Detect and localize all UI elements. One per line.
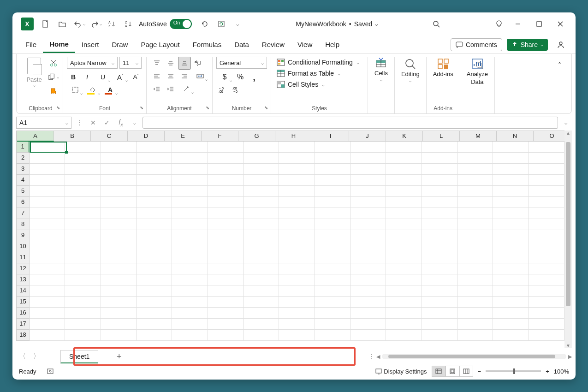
horizontal-scrollbar[interactable] — [382, 354, 566, 359]
cell[interactable] — [101, 186, 137, 197]
comma-format-icon[interactable]: , — [248, 71, 261, 83]
cell[interactable] — [65, 252, 101, 263]
cell[interactable] — [172, 263, 208, 274]
cell[interactable] — [386, 297, 422, 308]
cell[interactable] — [208, 241, 244, 252]
cell[interactable] — [101, 164, 137, 175]
tab-review[interactable]: Review — [255, 37, 291, 52]
cell[interactable] — [30, 197, 65, 208]
cell[interactable] — [422, 319, 457, 330]
cell[interactable] — [101, 330, 137, 341]
cell[interactable] — [493, 175, 529, 186]
cell[interactable] — [493, 142, 529, 153]
sheet-tab-sheet1[interactable]: Sheet1 — [60, 350, 98, 363]
row-header[interactable]: 17 — [16, 319, 30, 330]
cell[interactable] — [244, 241, 279, 252]
cell[interactable] — [65, 219, 101, 230]
align-bottom-icon[interactable] — [178, 57, 191, 70]
cell[interactable] — [279, 219, 315, 230]
cell[interactable] — [279, 142, 315, 153]
cell[interactable] — [65, 263, 101, 274]
cell[interactable] — [529, 274, 564, 285]
cell[interactable] — [244, 142, 279, 153]
alignment-launcher-icon[interactable]: ⬊ — [206, 105, 209, 110]
cell[interactable] — [244, 153, 279, 164]
cell[interactable] — [30, 164, 65, 175]
cell[interactable] — [529, 186, 564, 197]
increase-indent-icon[interactable] — [164, 83, 177, 95]
cell[interactable] — [457, 252, 493, 263]
format-as-table-button[interactable]: Format as Table⌵ — [275, 69, 361, 78]
cell[interactable] — [350, 186, 386, 197]
cell[interactable] — [386, 330, 422, 341]
tab-view[interactable]: View — [291, 37, 319, 52]
cell[interactable] — [208, 263, 244, 274]
cell[interactable] — [350, 208, 386, 219]
cell[interactable] — [279, 285, 315, 297]
cell[interactable] — [315, 164, 350, 175]
cell[interactable] — [172, 252, 208, 263]
cell[interactable] — [101, 319, 137, 330]
column-header[interactable]: F — [202, 131, 238, 142]
cell[interactable] — [137, 186, 172, 197]
sheet-options-icon[interactable]: ⋮ — [368, 353, 374, 360]
cell[interactable] — [172, 319, 208, 330]
cell[interactable] — [315, 219, 350, 230]
cell[interactable] — [422, 197, 457, 208]
cell[interactable] — [30, 330, 65, 341]
merge-center-icon[interactable] — [192, 70, 208, 83]
normal-view-icon[interactable] — [432, 366, 445, 377]
cell[interactable] — [244, 252, 279, 263]
cell[interactable] — [386, 230, 422, 241]
zoom-in-icon[interactable]: + — [546, 368, 549, 375]
lightbulb-icon[interactable] — [491, 16, 507, 32]
cell[interactable] — [137, 252, 172, 263]
cell[interactable] — [137, 175, 172, 186]
cut-icon[interactable] — [48, 58, 59, 69]
cell[interactable] — [30, 263, 65, 274]
cell[interactable] — [350, 285, 386, 297]
cell[interactable] — [350, 164, 386, 175]
conditional-formatting-button[interactable]: Conditional Formatting⌵ — [275, 58, 361, 67]
cell[interactable] — [172, 186, 208, 197]
cell[interactable] — [350, 330, 386, 341]
cell[interactable] — [101, 263, 137, 274]
cell[interactable] — [529, 175, 564, 186]
row-header[interactable]: 15 — [16, 297, 30, 308]
cell[interactable] — [244, 197, 279, 208]
row-header[interactable]: 14 — [16, 285, 30, 297]
cell[interactable] — [457, 186, 493, 197]
cell[interactable] — [422, 186, 457, 197]
cell[interactable] — [457, 297, 493, 308]
expand-formula-bar-icon[interactable]: ⌵ — [560, 117, 572, 129]
cell[interactable] — [208, 319, 244, 330]
cell[interactable] — [529, 319, 564, 330]
cell[interactable] — [279, 308, 315, 319]
cell[interactable] — [30, 208, 65, 219]
cell[interactable] — [422, 153, 457, 164]
fx-icon[interactable]: fx — [115, 117, 127, 129]
cell[interactable] — [457, 175, 493, 186]
cell[interactable] — [30, 175, 65, 186]
cell[interactable] — [529, 308, 564, 319]
cell[interactable] — [30, 186, 65, 197]
cell[interactable] — [350, 252, 386, 263]
refresh-icon[interactable] — [196, 16, 213, 32]
align-middle-icon[interactable] — [164, 57, 177, 70]
cell[interactable] — [30, 285, 65, 297]
cell[interactable] — [529, 330, 564, 341]
cell[interactable] — [493, 330, 529, 341]
editing-button[interactable]: Editing⌵ — [398, 57, 422, 84]
cell[interactable] — [208, 285, 244, 297]
cell[interactable] — [244, 274, 279, 285]
cell[interactable] — [529, 208, 564, 219]
tab-insert[interactable]: Insert — [75, 37, 106, 52]
cell[interactable] — [493, 153, 529, 164]
cell[interactable] — [172, 142, 208, 153]
cell[interactable] — [386, 274, 422, 285]
tab-data[interactable]: Data — [228, 37, 255, 52]
cell[interactable] — [350, 241, 386, 252]
cell[interactable] — [493, 319, 529, 330]
row-header[interactable]: 12 — [16, 263, 30, 274]
cell[interactable] — [172, 208, 208, 219]
